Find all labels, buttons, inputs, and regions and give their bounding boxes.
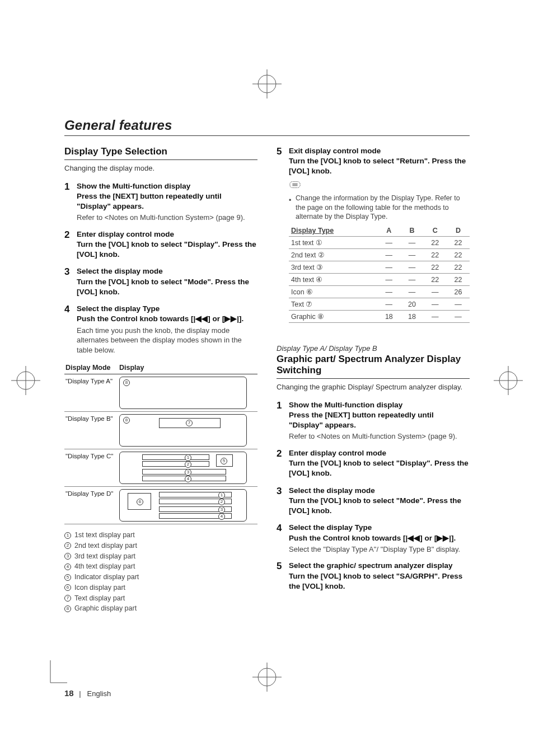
- section-title: General features: [64, 118, 470, 133]
- dt-cell: —: [377, 249, 400, 261]
- left-column: Display Type Selection Changing the disp…: [64, 146, 257, 614]
- step: 3Select the display modeTurn the [VOL] k…: [64, 266, 257, 297]
- dt-cell: —: [400, 286, 423, 298]
- part-marker-4-icon: 4: [185, 476, 191, 482]
- table-row: Graphic ⑧1818——: [289, 311, 470, 323]
- legend-text: 2nd text display part: [74, 541, 137, 551]
- table-row: 3rd text ③——2222: [289, 261, 470, 274]
- mode-table-header-display: Display: [118, 361, 257, 374]
- display-cell: 61234: [118, 487, 257, 524]
- display-mock: 8: [119, 377, 247, 409]
- dt-cell: —: [400, 249, 423, 261]
- subhead-italic: Display Type A/ Display Type B: [277, 344, 470, 353]
- step-sub: Turn the [VOL] knob to select "Mode". Pr…: [289, 496, 470, 516]
- note-icon: [289, 180, 470, 191]
- registration-mark-top: [250, 67, 284, 101]
- part-marker-8-icon: 8: [123, 417, 130, 424]
- info-note-text: Change the information by the Display Ty…: [296, 194, 470, 222]
- legend-text: 3rd text display part: [74, 551, 135, 562]
- dt-cell: 22: [447, 274, 470, 286]
- part-marker-5-icon: 5: [64, 574, 71, 581]
- step-head: Select the display mode: [289, 486, 470, 496]
- part-marker-2-icon: 2: [218, 499, 225, 505]
- step-sub: Push the Control knob towards [|◀◀] or […: [289, 533, 470, 543]
- step-number: 2: [277, 448, 284, 479]
- dt-header: B: [400, 225, 423, 237]
- legend-text: Indicator display part: [74, 572, 139, 583]
- table-row: 1st text ①——2222: [289, 237, 470, 249]
- dt-cell: 22: [424, 249, 447, 261]
- footer-language: English: [87, 689, 111, 698]
- dt-cell: 22: [424, 237, 447, 249]
- step-head: Select the display Type: [289, 523, 470, 533]
- dt-cell: 18: [400, 311, 423, 323]
- table-row: 2nd text ②——2222: [289, 249, 470, 261]
- registration-mark-left: [9, 364, 43, 397]
- step-head: Show the Multi-function display: [289, 400, 470, 410]
- heading-display-type-selection: Display Type Selection: [64, 146, 257, 157]
- dt-cell: —: [447, 311, 470, 323]
- dt-cell: —: [400, 237, 423, 249]
- part-marker-6-icon: 6: [137, 499, 143, 505]
- part-marker-2-icon: 2: [185, 461, 191, 468]
- heading-rule-2: [277, 378, 470, 379]
- table-row: 4th text ④——2222: [289, 274, 470, 286]
- legend-row: 8 Graphic display part: [64, 603, 257, 614]
- part-marker-3-icon: 3: [185, 469, 191, 476]
- dt-header: A: [377, 225, 400, 237]
- dt-label: Icon ⑥: [289, 286, 377, 298]
- step: 3Select the display modeTurn the [VOL] k…: [277, 486, 470, 516]
- dt-cell: —: [424, 298, 447, 311]
- step-sub: Press the [NEXT] button repeatedly until…: [77, 191, 257, 212]
- legend-row: 2 2nd text display part: [64, 541, 257, 551]
- step-sub: Push the Control knob towards [|◀◀] or […: [77, 314, 257, 324]
- legend-text: Icon display part: [74, 583, 125, 593]
- step-number: 3: [277, 486, 284, 516]
- dt-label: Text ⑦: [289, 298, 377, 311]
- display-type-data-table: Display TypeABCD 1st text ①——22222nd tex…: [289, 225, 470, 323]
- right-steps: 1Show the Multi-function displayPress th…: [277, 400, 470, 591]
- step-number: 4: [64, 304, 72, 355]
- table-row: "Display Type C"12345: [64, 449, 257, 487]
- step-5-exit: 5 Exit display control mode Turn the [VO…: [277, 146, 470, 323]
- legend-text: 1st text display part: [74, 530, 135, 541]
- mode-cell: "Display Type A": [64, 374, 118, 412]
- legend-row: 7 Text display part: [64, 593, 257, 604]
- step-note: Each time you push the knob, the display…: [77, 326, 257, 355]
- part-marker-4-icon: 4: [218, 513, 225, 520]
- legend-row: 3 3rd text display part: [64, 551, 257, 562]
- registration-mark-right: [491, 364, 525, 397]
- dt-cell: —: [377, 261, 400, 274]
- part-marker-1-icon: 1: [218, 492, 225, 499]
- crop-mark-bl: [34, 660, 67, 694]
- step-note: Refer to <Notes on Multi-function System…: [77, 213, 257, 223]
- page: General features Display Type Selection …: [0, 0, 534, 756]
- dt-header: C: [424, 225, 447, 237]
- step: 2Enter display control modeTurn the [VOL…: [277, 448, 470, 479]
- step-sub: Turn the [VOL] knob to select "Mode". Pr…: [77, 277, 257, 297]
- dt-cell: —: [377, 237, 400, 249]
- dt-cell: 18: [377, 311, 400, 323]
- part-marker-8-icon: 8: [123, 379, 130, 386]
- dt-cell: 22: [424, 274, 447, 286]
- step-head: Select the graphic/ spectrum analyzer di…: [289, 561, 470, 571]
- step-sub: Turn the [VOL] knob to select "Return". …: [289, 156, 470, 176]
- legend-text: 4th text display part: [74, 561, 135, 572]
- dt-label: 1st text ①: [289, 237, 377, 249]
- step-note: Refer to <Notes on Multi-function System…: [289, 431, 470, 442]
- legend-row: 1 1st text display part: [64, 530, 257, 541]
- step-head: Show the Multi-function display: [77, 181, 257, 191]
- page-number: 18: [64, 688, 74, 698]
- step: 1Show the Multi-function displayPress th…: [64, 181, 257, 223]
- legend-row: 6 Icon display part: [64, 583, 257, 593]
- dt-cell: 22: [424, 261, 447, 274]
- part-marker-7-icon: 7: [64, 595, 71, 602]
- part-marker-7-icon: 7: [186, 420, 193, 426]
- heading-rule: [64, 159, 257, 160]
- display-mode-table: Display Mode Display "Display Type A"8"D…: [64, 361, 257, 524]
- mode-cell: "Display Type B": [64, 412, 118, 449]
- step-head: Select the display mode: [77, 266, 257, 276]
- section-rule: [64, 135, 470, 136]
- table-row: "Display Type D"61234: [64, 487, 257, 524]
- display-mock: 87: [119, 414, 247, 447]
